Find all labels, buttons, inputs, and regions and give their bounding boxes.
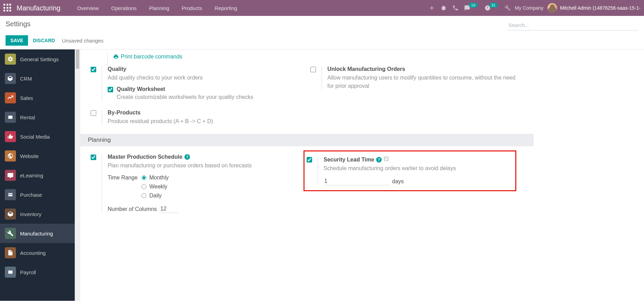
sidebar-item-label: General Settings — [20, 56, 59, 62]
sidebar-item-elearning[interactable]: eLearning — [0, 166, 75, 185]
menu-overview[interactable]: Overview — [71, 1, 105, 15]
quality-worksheet-title: Quality Worksheet — [117, 86, 253, 92]
document-icon — [5, 247, 16, 258]
section-header-planning: Planning — [80, 134, 534, 146]
sidebar-item-rental[interactable]: Rental — [0, 108, 75, 127]
mps-checkbox[interactable] — [91, 155, 96, 160]
scrollbar-thumb[interactable] — [76, 49, 79, 69]
user-avatar[interactable] — [547, 3, 557, 13]
quality-worksheet-desc: Create customizable worksheets for your … — [117, 93, 253, 101]
settings-content: Print barcode commands Quality Add quali… — [80, 49, 644, 301]
sidebar-item-accounting[interactable]: Accounting — [0, 243, 75, 262]
sidebar-item-label: Purchase — [20, 192, 42, 198]
apps-launcher-icon[interactable] — [3, 4, 12, 12]
num-cols-input[interactable] — [160, 205, 179, 213]
sidebar-item-label: Inventory — [20, 211, 42, 217]
radio-monthly-input[interactable] — [142, 175, 146, 180]
menu-products[interactable]: Products — [175, 1, 208, 15]
page-title: Settings — [6, 20, 30, 28]
user-name[interactable]: Mitchell Admin (14876256-saas-15-1- — [560, 5, 641, 11]
box-icon — [5, 208, 16, 220]
key-icon — [5, 112, 16, 123]
activities-badge: 31 — [489, 3, 498, 8]
unlock-mo-desc: Allow manufacturing users to modify quan… — [327, 74, 523, 90]
byproducts-checkbox[interactable] — [91, 110, 96, 116]
sidebar-item-social-media[interactable]: Social Media — [0, 127, 75, 146]
sidebar-item-crm[interactable]: CRM — [0, 69, 75, 88]
quality-desc: Add quality checks to your work orders — [108, 74, 303, 82]
company-switcher[interactable]: My Company — [515, 5, 543, 11]
help-icon[interactable]: ? — [376, 157, 382, 163]
num-cols-label: Number of Columns — [108, 206, 157, 212]
systray: 19 31 — [429, 5, 511, 11]
printer-icon — [113, 54, 119, 59]
menu-reporting[interactable]: Reporting — [208, 1, 243, 15]
sidebar-item-payroll[interactable]: Payroll — [0, 262, 75, 282]
byproducts-title: By-Products — [108, 110, 303, 116]
tools-icon[interactable] — [505, 5, 511, 11]
sidebar-item-label: Rental — [20, 114, 35, 120]
control-panel: Settings Save Discard Unsaved changes — [0, 16, 644, 49]
mps-title: Master Production Schedule — [108, 154, 182, 160]
sidebar-item-label: eLearning — [20, 173, 43, 178]
menu-planning[interactable]: Planning — [143, 1, 175, 15]
svg-rect-0 — [385, 157, 388, 161]
radio-daily[interactable]: Daily — [142, 193, 169, 199]
thumbs-up-icon — [5, 131, 16, 142]
security-lead-checkbox[interactable] — [307, 157, 312, 163]
top-navbar: Manufacturing Overview Operations Planni… — [0, 0, 644, 16]
money-icon — [5, 267, 16, 278]
building-icon — [384, 156, 389, 163]
sidebar-scrollbar[interactable] — [75, 49, 80, 301]
app-brand: Manufacturing — [17, 4, 61, 12]
sidebar-item-purchase[interactable]: Purchase — [0, 185, 75, 204]
sidebar-item-general-settings[interactable]: General Settings — [0, 49, 75, 69]
discard-button[interactable]: Discard — [33, 38, 55, 43]
radio-daily-input[interactable] — [142, 193, 146, 198]
security-lead-title: Security Lead Time — [324, 157, 374, 163]
security-lead-input[interactable] — [324, 177, 389, 185]
bug-icon[interactable] — [441, 5, 447, 11]
graduation-icon — [5, 170, 16, 181]
time-range-label: Time Range — [108, 175, 138, 181]
menu-operations[interactable]: Operations — [105, 1, 143, 15]
cart-icon — [5, 189, 16, 200]
radio-weekly-input[interactable] — [142, 184, 146, 189]
sidebar-item-label: CRM — [20, 76, 32, 82]
radio-monthly[interactable]: Monthly — [142, 175, 169, 181]
help-icon[interactable]: ? — [184, 154, 190, 160]
mps-desc: Plan manufacturing or purchase orders ba… — [108, 161, 303, 170]
unlock-mo-title: Unlock Manufacturing Orders — [327, 66, 523, 72]
messages-badge: 19 — [469, 3, 477, 8]
quality-checkbox[interactable] — [91, 67, 96, 72]
sidebar-item-manufacturing[interactable]: Manufacturing — [0, 224, 75, 243]
quality-title: Quality — [108, 66, 303, 72]
wrench-icon — [5, 228, 16, 239]
quality-worksheet-checkbox[interactable] — [108, 87, 113, 92]
phone-icon[interactable] — [452, 5, 459, 11]
handshake-icon — [5, 73, 16, 84]
globe-icon — [5, 150, 16, 161]
sidebar-item-label: Website — [20, 153, 39, 159]
radio-weekly[interactable]: Weekly — [142, 184, 169, 190]
print-barcode-link[interactable]: Print barcode commands — [113, 54, 182, 60]
sidebar-item-label: Social Media — [20, 134, 50, 140]
sidebar-item-website[interactable]: Website — [0, 146, 75, 166]
activities-icon[interactable]: 31 — [484, 5, 499, 11]
security-lead-desc: Schedule manufacturing orders earlier to… — [324, 164, 509, 173]
unlock-mo-checkbox[interactable] — [310, 67, 316, 72]
chart-icon — [5, 92, 16, 103]
search-input[interactable] — [507, 20, 638, 30]
messages-icon[interactable]: 19 — [464, 5, 479, 11]
settings-sidebar: General Settings CRM Sales Rental Social… — [0, 49, 75, 301]
sidebar-item-label: Manufacturing — [20, 231, 53, 237]
byproducts-desc: Produce residual products (A + B -> C + … — [108, 117, 303, 126]
security-lead-unit: days — [392, 178, 404, 185]
sidebar-item-sales[interactable]: Sales — [0, 88, 75, 108]
save-button[interactable]: Save — [6, 35, 28, 46]
print-link-label: Print barcode commands — [121, 54, 182, 60]
sidebar-item-inventory[interactable]: Inventory — [0, 204, 75, 224]
gear-icon — [5, 54, 16, 65]
main-menu: Overview Operations Planning Products Re… — [71, 1, 244, 15]
plus-icon[interactable] — [429, 5, 435, 11]
